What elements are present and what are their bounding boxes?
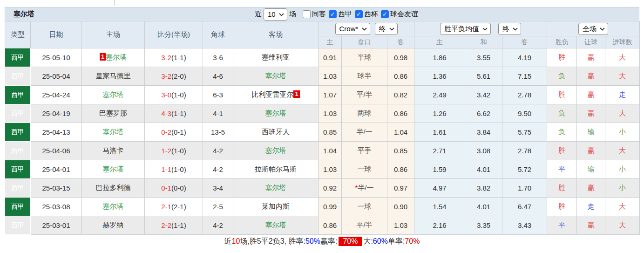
fulltime-score: 4-3 <box>161 109 171 117</box>
filter-checkbox-label: 西杯 <box>364 10 378 19</box>
checkbox[interactable]: ✓ <box>329 10 337 18</box>
result-handicap-cell: 输 <box>577 160 605 179</box>
result-goals-cell: 大 <box>605 67 640 86</box>
avg-home-odds: 4.97 <box>414 179 465 198</box>
score-cell: 2-2(1-1) <box>145 216 203 235</box>
filter-bar: 近 10 场 同客✓西甲✓西杯✓球会友谊 <box>253 7 421 21</box>
league-cell: 西甲 <box>5 179 31 198</box>
filter-checkbox-item-1[interactable]: ✓西甲 <box>329 10 352 19</box>
odds-time-select[interactable]: 终 <box>375 23 398 35</box>
result-handicap-cell: 输 <box>577 123 605 142</box>
avg-draw-odds: 3.42 <box>465 86 502 104</box>
fulltime-score: 0-2 <box>161 128 171 136</box>
handicap-line: 半/一 <box>342 123 387 142</box>
result-outcome-cell: 胜 <box>547 198 577 216</box>
summary-segment: 场,胜5平2负3, 胜率: <box>240 237 305 246</box>
rank-badge: 1 <box>100 53 106 61</box>
halftime-score: (1-0) <box>171 91 186 99</box>
avg-time-select[interactable]: 终 <box>498 23 521 35</box>
date-cell: 25-04-13 <box>31 123 82 142</box>
team-name: 塞尔塔 <box>265 221 286 229</box>
subcol-avg-away: 客 <box>502 36 547 48</box>
home-team-cell: 塞尔塔 <box>82 86 145 104</box>
filter-checkbox-item-3[interactable]: ✓球会友谊 <box>381 10 418 19</box>
result-handicap-cell: 走 <box>577 198 605 216</box>
away-team-cell: 莱加内斯 <box>233 198 319 216</box>
result-scope-group-header: 全场 <box>547 21 640 36</box>
avg-home-odds: 1.86 <box>414 48 465 67</box>
corners-cell: 4-2 <box>203 216 233 235</box>
checkbox[interactable] <box>303 10 311 18</box>
avg-away-odds: 9.50 <box>502 104 547 123</box>
team-name: 塞尔塔 <box>103 165 124 173</box>
subcol-goals-result: 进球数 <box>605 36 640 48</box>
result-outcome-cell: 胜 <box>547 86 577 104</box>
corners-cell: 3-6 <box>203 48 233 67</box>
summary-segment: 70% <box>339 237 362 246</box>
handicap-line: 一球 <box>342 160 387 179</box>
avg-odds-select-wrap: 胜平负均值 <box>440 23 491 35</box>
team-name: 皇家马德里 <box>96 72 131 80</box>
filter-checkbox-label: 西甲 <box>338 10 352 19</box>
league-cell: 西甲 <box>5 198 31 216</box>
summary-segment: 大: <box>363 237 373 246</box>
team-name: 莱加内斯 <box>262 202 290 210</box>
score-cell: 3-2(2-0) <box>145 67 203 86</box>
league-cell: 西甲 <box>5 104 31 123</box>
avg-home-odds: 2.71 <box>414 142 465 160</box>
handicap-away-odds: 1.04 <box>387 123 414 142</box>
halftime-score: (2-1) <box>171 203 186 211</box>
recent-count-select[interactable]: 10 <box>264 8 287 21</box>
fulltime-score: 0-1 <box>161 184 171 192</box>
handicap-home-odds: 1.03 <box>319 67 342 86</box>
checkbox[interactable]: ✓ <box>355 10 363 18</box>
away-team-cell: 拉斯帕尔马斯 <box>233 160 319 179</box>
checkbox[interactable]: ✓ <box>381 10 389 18</box>
summary-segment: 单率: <box>388 237 405 246</box>
subcol-handicap-line: 盘口 <box>342 36 387 48</box>
table-row: 西甲25-04-24塞尔塔3-0(1-0)6-3比利亚雷亚尔11.07平/半0.… <box>5 86 640 104</box>
avg-away-odds: 2.78 <box>502 142 547 160</box>
subcol-outcome: 胜负 <box>547 36 577 48</box>
scope-select-wrap: 全场 <box>578 23 608 35</box>
handicap-away-odds: 0.86 <box>387 67 414 86</box>
result-goals-cell: 小 <box>605 123 640 142</box>
avg-home-odds: 1.54 <box>414 198 465 216</box>
avg-draw-odds: 3.55 <box>465 48 502 67</box>
result-handicap-cell: 赢 <box>577 86 605 104</box>
subcol-avg-home: 主 <box>414 36 465 48</box>
filter-checkbox-label: 同客 <box>312 10 326 19</box>
handicap-line: *半/一 <box>342 179 387 198</box>
corners-cell: 4-6 <box>203 67 233 86</box>
summary-segment: 10 <box>232 237 240 246</box>
odds-company-select[interactable]: Crow* <box>335 23 370 35</box>
star-mark: * <box>355 184 358 191</box>
recent-label: 近 <box>255 10 262 19</box>
summary-segment: 50% <box>305 237 320 246</box>
table-row: 西甲25-04-06马洛卡1-2(1-0)4-2塞尔塔1.04平手0.852.7… <box>5 142 640 160</box>
avg-odds-select[interactable]: 胜平负均值 <box>440 23 491 35</box>
handicap-home-odds: 0.92 <box>319 179 342 198</box>
filter-checkbox-item-0[interactable]: 同客 <box>303 10 326 19</box>
scope-select[interactable]: 全场 <box>578 23 608 35</box>
rank-badge: 1 <box>293 90 299 98</box>
avg-away-odds: 4.19 <box>502 48 547 67</box>
team-name: 马洛卡 <box>103 146 124 154</box>
summary-segment: 赢率: <box>320 237 337 246</box>
avg-home-odds: 1.26 <box>414 104 465 123</box>
handicap-home-odds: 1.03 <box>319 160 342 179</box>
col-header-corners: 角球 <box>203 21 233 48</box>
result-goals-cell: 大 <box>605 216 640 235</box>
filter-checkbox-item-2[interactable]: ✓西杯 <box>355 10 378 19</box>
away-team-cell: 塞尔塔 <box>233 142 319 160</box>
corners-cell: 3-4 <box>203 179 233 198</box>
handicap-line: 球半 <box>342 67 387 86</box>
fulltime-score: 1-2 <box>161 147 171 155</box>
score-cell: 0-1(0-0) <box>145 179 203 198</box>
avg-away-odds: 6.47 <box>502 198 547 216</box>
avg-draw-odds: 3.84 <box>465 123 502 142</box>
summary-segment: 近 <box>224 237 232 246</box>
team-name: 塞尔塔 <box>106 53 127 61</box>
team-name: 塞尔塔 <box>103 90 124 98</box>
date-cell: 25-05-10 <box>31 48 82 67</box>
